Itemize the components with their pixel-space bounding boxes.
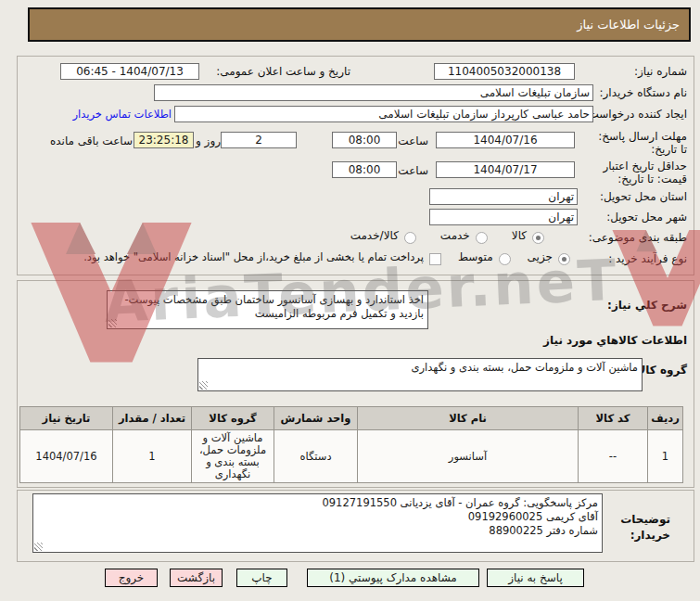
request-creator-field[interactable]: حامد عباسی کارپرداز سازمان تبلیغات اسلام… bbox=[174, 106, 593, 122]
print-button[interactable]: چاپ bbox=[236, 569, 287, 587]
process-type-option-minor[interactable]: جزیی bbox=[528, 250, 570, 263]
exit-button[interactable]: خروج bbox=[105, 569, 158, 587]
cell-quantity: 1 bbox=[113, 430, 192, 483]
cell-row-number: 1 bbox=[648, 430, 683, 483]
announce-datetime-label: تاریخ و ساعت اعلان عمومی: bbox=[216, 65, 350, 78]
col-quantity: تعداد / مقدار bbox=[113, 407, 192, 430]
page-title: جزئیات اطلاعات نیاز bbox=[577, 18, 680, 32]
cell-unit: دستگاه bbox=[274, 430, 358, 483]
city-field[interactable]: تهران bbox=[429, 209, 578, 225]
process-type-label: نوع فرآیند خرید : bbox=[608, 252, 687, 265]
goods-group-textarea[interactable]: ماشین آلات و ملزومات حمل، بسته بندی و نگ… bbox=[197, 358, 643, 391]
buyer-notes-line: شماره دفتر 88900225 bbox=[37, 524, 598, 538]
countdown-days-suffix: روز و bbox=[196, 134, 221, 147]
countdown-time-field: 23:25:18 bbox=[134, 132, 194, 148]
buyer-notes-line: مرکز پاسخگویی: گروه عمران - آقای یزدیانی… bbox=[37, 496, 598, 510]
col-goods-group: گروه کالا bbox=[192, 407, 274, 430]
goods-table-header-row: ردیف کد کالا نام کالا واحد شمارش گروه کا… bbox=[20, 407, 683, 430]
radio-goods-icon[interactable] bbox=[532, 232, 544, 244]
province-field[interactable]: تهران bbox=[429, 188, 578, 205]
buyer-notes-line: آقای کریمی 09192960025 bbox=[37, 510, 598, 524]
process-type-option-medium[interactable]: متوسط bbox=[458, 250, 511, 263]
price-validity-date-field[interactable]: 1404/07/17 bbox=[436, 161, 575, 178]
reply-to-need-button[interactable]: پاسخ به نیاز bbox=[487, 569, 584, 587]
col-need-date: تاریخ نیاز bbox=[20, 407, 113, 430]
reply-deadline-time-field[interactable]: 08:00 bbox=[332, 132, 397, 148]
resize-grip-icon[interactable] bbox=[199, 381, 208, 390]
need-number-field[interactable]: 1104005032000138 bbox=[434, 63, 575, 80]
buyer-contact-link[interactable]: اطلاعات تماس خریدار bbox=[72, 108, 172, 121]
buyer-org-field[interactable]: سازمان تبلیغات اسلامی bbox=[154, 84, 593, 101]
request-creator-label: ایجاد کننده درخواست: bbox=[584, 108, 687, 121]
treasury-checkbox-option[interactable]: پرداخت تمام یا بخشی از مبلغ خرید،از محل … bbox=[83, 250, 441, 263]
need-details-page: جزئیات اطلاعات نیاز شماره نیاز: 11040050… bbox=[0, 0, 700, 601]
buyer-org-label: نام دستگاه خریدار: bbox=[600, 86, 688, 99]
resize-grip-icon[interactable] bbox=[108, 319, 117, 327]
view-attachments-button[interactable]: مشاهده مدارک پیوستي (1) bbox=[307, 569, 479, 587]
price-validity-time-field[interactable]: 08:00 bbox=[332, 161, 397, 178]
treasury-checkbox-icon[interactable] bbox=[429, 253, 441, 265]
countdown-days-field: 2 bbox=[221, 132, 297, 148]
cell-goods-name: آسانسور bbox=[358, 430, 579, 483]
need-number-label: شماره نیاز: bbox=[634, 65, 687, 78]
col-unit: واحد شمارش bbox=[274, 407, 358, 430]
reply-deadline-time-label: ساعت bbox=[398, 134, 428, 147]
reply-deadline-label: مهلت ارسال پاسخ: تا تاریخ: bbox=[591, 130, 687, 156]
cell-need-date: 1404/07/16 bbox=[20, 430, 113, 483]
radio-minor-icon[interactable] bbox=[558, 253, 570, 265]
announce-datetime-field[interactable]: 1404/07/13 - 06:45 bbox=[60, 63, 199, 80]
classification-options: کالا خدمت کالا/خدمت bbox=[350, 229, 544, 242]
reply-deadline-date-field[interactable]: 1404/07/16 bbox=[436, 132, 575, 148]
need-desc-label: شرح كلي نياز: bbox=[607, 299, 687, 312]
process-type-options: جزیی متوسط پرداخت تمام یا بخشی از مبلغ خ… bbox=[83, 250, 570, 263]
countdown-suffix: ساعت باقی مانده bbox=[50, 134, 133, 147]
goods-section-heading: اطلاعات كالاهاي مورد نياز bbox=[543, 334, 687, 347]
classification-option-goods-service[interactable]: کالا/خدمت bbox=[350, 229, 416, 242]
need-desc-textarea[interactable]: اخذ استاندارد و بهسازی آسانسور ساختمان ط… bbox=[107, 290, 428, 329]
classification-option-service[interactable]: خدمت bbox=[440, 229, 488, 242]
buyer-notes-textarea[interactable]: مرکز پاسخگویی: گروه عمران - آقای یزدیانی… bbox=[32, 493, 603, 553]
cell-goods-group: ماشین آلات و ملزومات حمل، بسته بندی و نگ… bbox=[192, 430, 274, 483]
radio-medium-icon[interactable] bbox=[499, 253, 511, 265]
cell-goods-code: -- bbox=[579, 430, 648, 483]
table-row[interactable]: 1 -- آسانسور دستگاه ماشین آلات و ملزومات… bbox=[20, 430, 683, 483]
radio-goods-service-icon[interactable] bbox=[404, 232, 416, 244]
classification-option-goods[interactable]: کالا bbox=[512, 229, 544, 242]
col-row-number: ردیف bbox=[648, 407, 683, 430]
need-desc-text: اخذ استاندارد و بهسازی آسانسور ساختمان ط… bbox=[124, 293, 424, 320]
col-goods-name: نام کالا bbox=[358, 407, 579, 430]
price-validity-label: حداقل تاریخ اعتبار قیمت: تا تاریخ: bbox=[585, 160, 687, 185]
classification-label: طبقه بندی موضوعی: bbox=[589, 231, 687, 244]
goods-table: ردیف کد کالا نام کالا واحد شمارش گروه کا… bbox=[19, 406, 683, 483]
back-button[interactable]: بازگشت bbox=[170, 569, 223, 587]
radio-service-icon[interactable] bbox=[476, 232, 488, 244]
col-goods-code: کد کالا bbox=[579, 407, 648, 430]
price-validity-time-label: ساعت bbox=[398, 164, 428, 177]
goods-group-text: ماشین آلات و ملزومات حمل، بسته بندی و نگ… bbox=[412, 361, 638, 374]
window-title-bar: جزئیات اطلاعات نیاز bbox=[28, 7, 691, 42]
province-label: استان محل تحویل: bbox=[600, 190, 687, 203]
buyer-notes-label: توضيحات خريدار: bbox=[604, 512, 670, 543]
city-label: شهر محل تحویل: bbox=[606, 211, 687, 224]
resize-grip-icon[interactable] bbox=[34, 543, 43, 551]
